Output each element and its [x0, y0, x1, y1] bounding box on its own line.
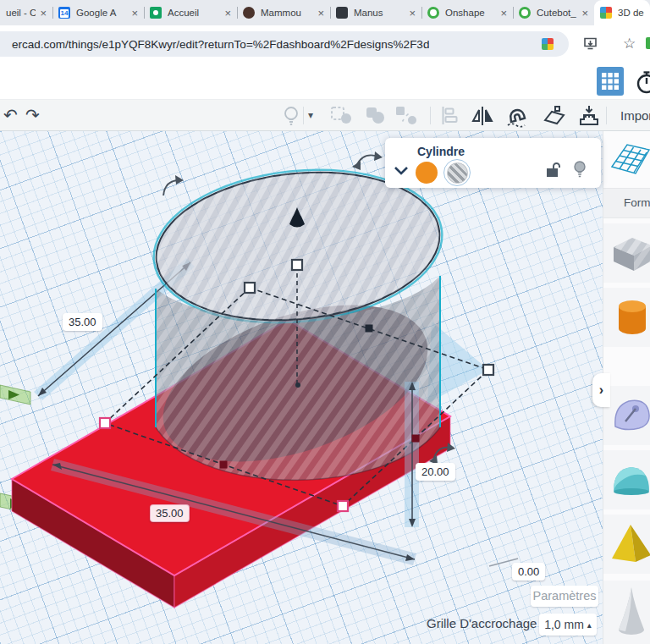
tab-title: ueil - C: [6, 8, 36, 18]
hatch-pattern: [447, 162, 468, 184]
tab-close-icon[interactable]: ×: [317, 8, 324, 19]
tab-title: Google A: [76, 8, 127, 18]
mirror-icon[interactable]: [471, 105, 494, 130]
browser-tab[interactable]: 14 Google A ×: [52, 0, 144, 25]
mammoth-favicon: [243, 7, 255, 19]
onshape-favicon: [427, 7, 439, 19]
redo-icon[interactable]: ↷: [25, 105, 40, 125]
shape-name-title: Cylindre: [417, 145, 465, 158]
scale-handle-mid[interactable]: [412, 435, 420, 443]
shape-tile-cylinder[interactable]: [603, 288, 650, 347]
chevron-right-icon: ›: [599, 383, 603, 398]
snap-grid-dropdown[interactable]: 1,0 mm ▴: [539, 614, 597, 636]
tab-title: Cutebot_: [537, 8, 577, 18]
settings-button[interactable]: Paramètres: [531, 586, 598, 607]
browser-tab[interactable]: Onshape ×: [421, 0, 513, 25]
calendar-favicon: 14: [58, 7, 70, 19]
dim-height-label[interactable]: 20.00: [416, 463, 455, 481]
browser-tab[interactable]: Manus ×: [330, 0, 421, 25]
browser-tab[interactable]: Cutebot_ ×: [513, 0, 594, 25]
shape-tile-scribble[interactable]: [603, 386, 650, 445]
import-button[interactable]: Importer: [620, 108, 650, 123]
undo-icon[interactable]: ↶: [3, 105, 18, 125]
tab-close-icon[interactable]: ×: [224, 8, 231, 19]
shape-tile-box[interactable]: [603, 223, 650, 283]
shape-tile-round-roof[interactable]: [603, 450, 650, 509]
workplane-tile[interactable]: [603, 136, 650, 185]
cylinder-shape[interactable]: [146, 157, 450, 481]
caret-up-icon: ▴: [587, 620, 592, 630]
viewport-canvas[interactable]: 35.00 35.00 20.00 0.00 Paramètres Grille…: [0, 131, 650, 644]
color-swatch-hole[interactable]: [443, 159, 471, 186]
shape-tile-cone[interactable]: [603, 581, 650, 644]
toolbar-divider: [303, 107, 304, 124]
tinkercad-favicon: [600, 7, 612, 19]
toolbar-divider: [430, 107, 431, 124]
align-icon[interactable]: [440, 105, 460, 130]
extension-icon[interactable]: [646, 37, 650, 49]
lightbulb-icon[interactable]: [572, 160, 587, 182]
shapes-header[interactable]: Formes: [603, 188, 650, 218]
browser-tab[interactable]: Mammou ×: [237, 0, 330, 25]
browser-tab-active[interactable]: 3D desig: [594, 0, 650, 25]
editor-toolbar: ↶ ↷ ▾: [0, 100, 650, 131]
install-app-icon[interactable]: [582, 36, 599, 56]
tab-title: Accueil: [168, 8, 220, 18]
tab-close-icon[interactable]: ×: [500, 8, 507, 19]
lightbulb-icon[interactable]: [281, 105, 301, 130]
dim-depth-label[interactable]: 35.00: [150, 504, 190, 522]
bookmark-star-icon[interactable]: ☆: [623, 35, 636, 52]
workplane-icon[interactable]: [542, 105, 567, 132]
tab-close-icon[interactable]: ×: [581, 8, 588, 19]
lock-open-icon[interactable]: [546, 162, 561, 182]
url-input[interactable]: ercad.com/things/e1pYQF8Kwyr/edit?return…: [0, 31, 569, 57]
sidebar-collapse-handle[interactable]: ›: [592, 373, 610, 407]
browser-tab-strip: ueil - C × 14 Google A × Accueil × Mammo…: [0, 0, 650, 25]
scale-handle-mid[interactable]: [220, 461, 228, 469]
toolbar-divider: [606, 107, 607, 124]
dim-width-label[interactable]: 35.00: [63, 313, 102, 331]
tab-close-icon[interactable]: ×: [409, 8, 416, 19]
browser-tab[interactable]: Accueil ×: [144, 0, 237, 25]
scene-3d: [0, 131, 650, 644]
tab-title: Mammou: [261, 8, 313, 18]
cutebot-favicon: [519, 7, 531, 19]
tab-close-icon[interactable]: ×: [131, 8, 138, 19]
browser-tab[interactable]: ueil - C ×: [0, 0, 52, 25]
site-icon[interactable]: [542, 38, 554, 50]
manus-favicon: [336, 7, 348, 19]
contacts-favicon: [150, 7, 162, 19]
dimension-height[interactable]: [405, 382, 419, 527]
group-icon[interactable]: [330, 105, 354, 130]
tab-title: Manus: [354, 8, 405, 18]
tab-title: 3D desig: [618, 8, 644, 18]
center-point: [295, 383, 300, 388]
shape-properties-popup: Cylindre: [385, 138, 601, 188]
combine-icon[interactable]: [364, 105, 386, 130]
shape-tile-pyramid[interactable]: [603, 515, 650, 574]
ruler-icon[interactable]: [577, 105, 601, 132]
ungroup-icon[interactable]: [394, 105, 420, 130]
view-grid-button[interactable]: [597, 67, 624, 96]
chevron-down-icon[interactable]: [393, 164, 410, 179]
tab-title: Onshape: [445, 8, 496, 18]
url-text: ercad.com/things/e1pYQF8Kwyr/edit?return…: [12, 38, 429, 51]
color-swatch-solid[interactable]: [416, 162, 438, 184]
browser-url-bar: ercad.com/things/e1pYQF8Kwyr/edit?return…: [0, 25, 650, 63]
magnet-icon[interactable]: [504, 105, 530, 132]
lightbulb-caret-icon[interactable]: ▾: [308, 109, 313, 121]
tab-close-icon[interactable]: ×: [40, 8, 47, 19]
snap-grid-label: Grille D'accrochage: [427, 616, 537, 630]
tinkercad-header: [0, 63, 650, 100]
dim-base-label[interactable]: 0.00: [512, 563, 545, 581]
clock-icon[interactable]: [633, 68, 650, 96]
scale-handle-mid[interactable]: [366, 325, 373, 333]
snap-grid-value: 1,0 mm: [544, 618, 584, 631]
